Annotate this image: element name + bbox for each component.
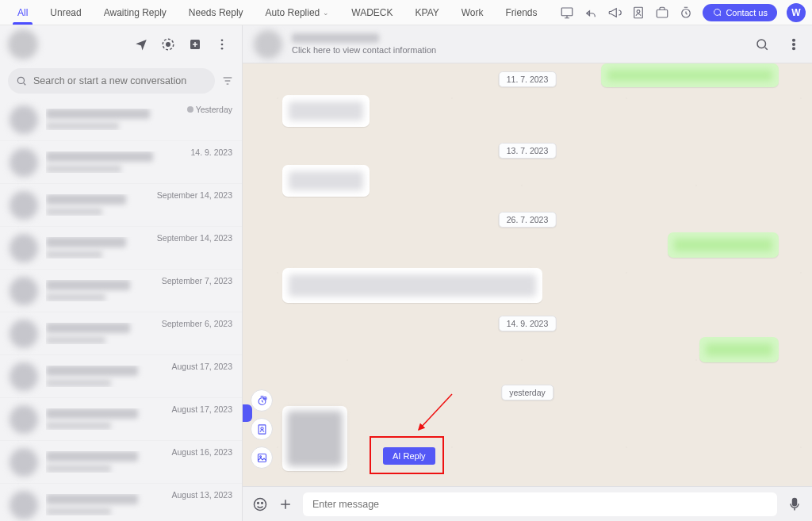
avatar xyxy=(10,234,38,262)
message-out[interactable] xyxy=(601,63,779,87)
tab-overflow[interactable]: Cu xyxy=(549,0,554,25)
filter-icon[interactable] xyxy=(221,75,234,87)
conversation-sidebar: Yesterday 14. 9. 2023 September 14, 2023… xyxy=(0,25,243,521)
tab-friends[interactable]: Friends xyxy=(495,0,549,25)
conv-time: September 14, 2023 xyxy=(157,190,232,200)
search-input[interactable] xyxy=(8,68,215,94)
reply-icon[interactable] xyxy=(584,6,598,20)
quick-actions xyxy=(251,389,273,469)
new-chat-icon[interactable] xyxy=(188,37,202,52)
sidebar-header xyxy=(0,25,242,63)
more-icon[interactable] xyxy=(215,37,229,52)
tab-work[interactable]: Work xyxy=(450,0,495,25)
contact-avatar[interactable] xyxy=(254,30,282,59)
conversation-item[interactable]: September 14, 2023 xyxy=(0,184,242,227)
conversation-list: Yesterday 14. 9. 2023 September 14, 2023… xyxy=(0,98,242,521)
my-avatar[interactable] xyxy=(8,29,38,59)
svg-point-8 xyxy=(221,39,224,41)
megaphone-icon[interactable] xyxy=(607,6,622,20)
svg-point-5 xyxy=(166,42,170,47)
svg-point-23 xyxy=(255,498,266,510)
svg-point-9 xyxy=(221,44,224,46)
conversation-item[interactable]: Yesterday xyxy=(0,98,242,141)
search-field[interactable] xyxy=(33,75,207,86)
tab-kpay[interactable]: KPAY xyxy=(404,0,450,25)
svg-point-24 xyxy=(258,502,259,504)
message-in[interactable] xyxy=(282,165,370,197)
message-out[interactable] xyxy=(668,232,779,258)
svg-point-14 xyxy=(793,43,795,45)
avatar xyxy=(10,491,38,519)
svg-rect-3 xyxy=(657,10,668,17)
message-in[interactable] xyxy=(282,268,542,303)
conversation-item[interactable]: August 17, 2023 xyxy=(0,355,242,398)
status-icon[interactable] xyxy=(161,37,175,52)
conversation-item[interactable]: September 7, 2023 xyxy=(0,270,242,312)
quick-contact-button[interactable] xyxy=(251,418,273,440)
svg-line-22 xyxy=(419,394,452,430)
contact-us-button[interactable]: Contact us xyxy=(703,4,777,21)
message-out[interactable] xyxy=(699,337,779,362)
chat-header: Click here to view contact information xyxy=(243,25,812,63)
conversation-item[interactable]: September 6, 2023 xyxy=(0,312,242,355)
conv-time: August 13, 2023 xyxy=(172,490,232,500)
date-chip: 11. 7. 2023 xyxy=(499,71,557,87)
briefcase-icon[interactable] xyxy=(655,6,669,20)
attach-icon[interactable] xyxy=(278,496,293,512)
mic-icon[interactable] xyxy=(787,496,802,512)
tab-auto-replied[interactable]: Auto Replied⌄ xyxy=(255,0,341,25)
broadcast-icon[interactable] xyxy=(134,37,148,52)
conv-time: September 6, 2023 xyxy=(162,319,232,328)
tab-wadeck[interactable]: WADECK xyxy=(340,0,404,25)
conversation-item[interactable]: August 16, 2023 xyxy=(0,441,242,484)
conversation-item[interactable]: August 17, 2023 xyxy=(0,398,242,441)
message-in[interactable] xyxy=(282,95,370,127)
address-book-icon[interactable] xyxy=(631,6,645,20)
monitor-icon[interactable] xyxy=(560,6,574,20)
avatar xyxy=(10,405,38,434)
quick-image-button[interactable] xyxy=(251,446,273,469)
avatar xyxy=(10,277,38,305)
search-icon xyxy=(16,75,27,86)
avatar xyxy=(10,362,38,391)
avatar xyxy=(10,191,38,220)
tab-all[interactable]: All xyxy=(6,0,39,25)
message-input[interactable] xyxy=(303,492,777,516)
conversation-item[interactable]: 14. 9. 2023 xyxy=(0,141,242,184)
avatar xyxy=(10,105,38,134)
avatar xyxy=(10,448,38,477)
tab-needs-reply[interactable]: Needs Reply xyxy=(178,0,255,25)
svg-rect-0 xyxy=(562,8,573,16)
brand-badge[interactable]: W xyxy=(787,3,806,22)
ai-reply-button[interactable]: AI Reply xyxy=(383,447,435,465)
svg-point-19 xyxy=(260,427,262,429)
contact-subtitle[interactable]: Click here to view contact information xyxy=(292,45,436,55)
date-chip: 26. 7. 2023 xyxy=(499,212,557,228)
svg-point-15 xyxy=(793,47,795,49)
svg-rect-26 xyxy=(793,498,797,505)
svg-point-21 xyxy=(259,455,261,457)
emoji-icon[interactable] xyxy=(252,496,268,512)
svg-point-10 xyxy=(221,48,224,50)
chat-more-icon[interactable] xyxy=(787,37,801,52)
clock-icon[interactable] xyxy=(679,6,693,20)
contact-name xyxy=(292,33,379,43)
date-chip: 14. 9. 2023 xyxy=(499,316,557,331)
conversation-item[interactable]: August 13, 2023 xyxy=(0,484,242,521)
svg-point-25 xyxy=(262,502,263,504)
message-media[interactable] xyxy=(282,406,347,471)
tab-awaiting-reply[interactable]: Awaiting Reply xyxy=(93,0,178,25)
conversation-item[interactable]: September 14, 2023 xyxy=(0,227,242,270)
unread-dot xyxy=(187,106,193,113)
chat-panel: Click here to view contact information 1… xyxy=(243,25,812,521)
quick-schedule-button[interactable] xyxy=(251,389,273,412)
chat-body[interactable]: 11. 7. 2023 13. 7. 2023 26. 7. 2023 14. … xyxy=(243,63,812,486)
topbar-actions: Contact us W xyxy=(560,3,806,22)
conv-time: August 17, 2023 xyxy=(172,404,232,414)
avatar xyxy=(10,148,38,177)
tab-unread[interactable]: Unread xyxy=(39,0,92,25)
search-in-chat-icon[interactable] xyxy=(755,37,769,52)
conv-time: August 17, 2023 xyxy=(172,362,232,371)
message-field[interactable] xyxy=(312,499,768,510)
date-chip: yesterday xyxy=(501,385,553,400)
